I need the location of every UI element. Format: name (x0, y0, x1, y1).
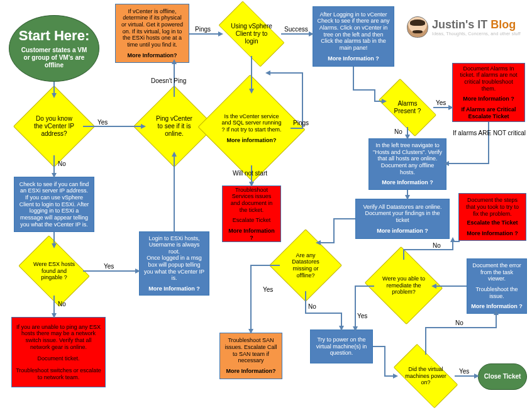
edge (355, 285, 374, 287)
arrowhead-icon (431, 284, 436, 289)
process-login-esxi: Login to ESXi hosts, Username is always … (139, 231, 209, 296)
loginesxi-more[interactable]: More Information ? (148, 285, 200, 292)
edge (319, 242, 335, 243)
arrowhead-icon (52, 93, 57, 98)
docal-more1[interactable]: More Information ? (463, 96, 514, 102)
d5-text: Alarms Present ? (385, 100, 429, 115)
label-will-not-start: Will not start (233, 170, 267, 177)
edge (425, 327, 426, 355)
process-services-troubleshoot: Troubleshoot Services issues and documen… (222, 186, 281, 242)
label-no: No (58, 301, 66, 308)
label-no: No (433, 242, 441, 249)
label-success: Success (284, 26, 308, 33)
decision-esx-hosts-found: Were ESX hosts found and pingable ? (25, 247, 83, 296)
d4-text: Is the vCenter service and SQL server ru… (220, 113, 283, 133)
label-yes: Yes (436, 99, 446, 106)
label-no: No (455, 319, 463, 326)
d6-text: Are any Datastores missing or offline? (284, 252, 328, 279)
san-more[interactable]: More Information? (226, 368, 276, 375)
edge (251, 56, 252, 91)
edge (425, 327, 497, 328)
decision-services-running: Is the vCenter service and SQL server ru… (213, 91, 291, 165)
ds-more[interactable]: More information ? (377, 228, 428, 235)
arrowhead-icon (52, 243, 57, 248)
taskerr2: Troubleshoot the issue. (471, 286, 523, 299)
arrowhead-icon (218, 31, 223, 36)
decision-vsphere-login: Using vSphere Client try to login (222, 12, 281, 56)
end-text: Close Ticket (484, 373, 521, 380)
decision-alarms-present: Alarms Present ? (382, 88, 433, 127)
taskerr1: Document the error from the task viewer. (471, 262, 523, 282)
alarmscheck-text: After Logging in to vCenter Check to see… (317, 11, 390, 52)
label-yes: Yes (263, 286, 273, 293)
edge (435, 285, 467, 287)
taskerr-more[interactable]: More Information ? (471, 303, 523, 310)
alarmscheck-more[interactable]: More Information ? (328, 55, 379, 62)
edge (174, 155, 175, 231)
process-task-viewer-error: Document the error from the task viewer.… (467, 258, 527, 314)
node-start: Start Here: Customer states a VM or grou… (9, 15, 99, 82)
arrowhead-icon (474, 374, 479, 379)
arrowhead-icon (316, 240, 321, 245)
decision-remediated: Were you able to remediate the problem? (374, 260, 433, 311)
steps-more[interactable]: More Information ? (467, 230, 518, 237)
process-find-esxi-ip: Check to see if you can find an ESXi ser… (14, 177, 94, 232)
arrowhead-icon (450, 237, 455, 242)
edge (189, 33, 221, 35)
edge (305, 291, 306, 314)
process-san-troubleshoot: Troubleshoot SAN issues. Escalate Call t… (219, 333, 282, 379)
label-yes: Yes (97, 119, 108, 126)
docal1: Document Alarms In ticket. If alarms are… (457, 65, 521, 92)
vcoff-text: If vCenter is offline, determine if its … (119, 8, 185, 48)
decision-ping-vcenter: Ping vCenter to see if it is online. (145, 97, 203, 155)
edge (353, 67, 354, 91)
edge (353, 89, 375, 91)
vcoff-more[interactable]: More Information? (128, 52, 177, 59)
svc-more[interactable]: More Information ? (226, 228, 277, 241)
edge (305, 313, 341, 314)
arrowhead-icon (444, 161, 449, 166)
logo-text: Justin's IT Blog Ideas, Thoughts, Concer… (432, 18, 521, 36)
net1: If you are unable to ping any ESX hosts … (16, 324, 101, 350)
arrowhead-icon (135, 269, 140, 274)
edge (250, 265, 252, 331)
edge (403, 249, 404, 260)
label-doesnt-ping: Doesn't Ping (151, 77, 186, 84)
edge (269, 72, 303, 74)
flowchart-canvas: Justin's IT Blog Ideas, Thoughts, Concer… (0, 0, 532, 410)
edge (333, 218, 335, 243)
label-yes: Yes (459, 368, 469, 375)
arrowhead-icon (52, 313, 57, 318)
arrowhead-icon (172, 152, 177, 157)
decision-powered-on: Did the virtual machines power on? (397, 355, 455, 397)
label-yes: Yes (357, 313, 367, 319)
d1-text: Do you know the vCenter IP address? (29, 115, 79, 137)
svc2: Escalate Ticket (233, 217, 271, 224)
arrowhead-icon (448, 105, 453, 110)
edge (448, 163, 489, 164)
arrowhead-icon (249, 182, 254, 187)
edge (373, 346, 385, 347)
decision-datastores-offline: Are any Datastores missing or offline? (280, 240, 331, 291)
process-document-alarms: Document Alarms In ticket. If alarms are… (452, 63, 525, 122)
edge (374, 89, 375, 102)
net2: Document ticket. (37, 355, 79, 362)
findip-text: Check to see if you can find an ESXi ser… (18, 181, 90, 228)
net3: Troubleshoot switches or escalate to net… (16, 367, 101, 380)
hosts-more[interactable]: More Information ? (382, 179, 433, 186)
edge (384, 346, 385, 375)
loginesxi-text: Login to ESXi hosts, Username is always … (143, 235, 205, 282)
edge (488, 122, 489, 164)
arrowhead-icon (249, 89, 254, 94)
label-pings: Pings (293, 119, 309, 126)
edge (452, 241, 453, 250)
arrowhead-icon (248, 329, 253, 334)
logo-main: Justin's IT (432, 18, 487, 31)
d4-more[interactable]: More information? (220, 137, 283, 144)
arrowhead-icon (265, 70, 270, 75)
start-title: Start Here: (19, 28, 89, 44)
process-power-on-vm: Try to power on the virtual machine(s) i… (310, 330, 373, 363)
process-vcenter-offline: If vCenter is offline, determine if its … (115, 4, 189, 63)
edge (333, 218, 355, 219)
steps2: Escalate the Ticket (467, 219, 518, 226)
